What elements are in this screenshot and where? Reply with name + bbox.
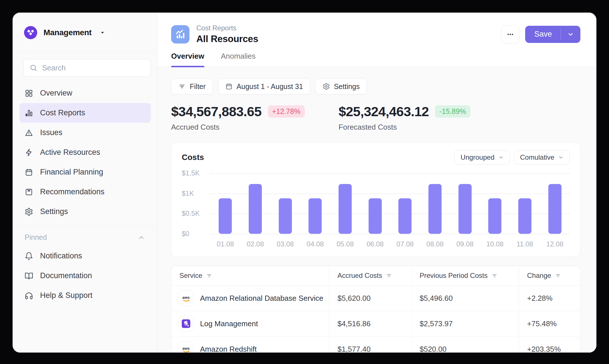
sidebar-item-settings[interactable]: Settings [19,202,151,221]
search-input[interactable] [42,64,145,72]
column-header-accrued-costs[interactable]: Accrued Costs [329,266,411,285]
pinned-collapse-chevron-up-icon[interactable] [138,234,145,241]
app-window: Management Overview Cost Reports Issues … [13,13,596,353]
tab-overview[interactable]: Overview [171,52,204,67]
warning-icon [25,128,33,137]
x-axis-label: 06.08 [360,240,390,248]
accrued-costs-cell: $5,620.00 [329,286,411,311]
sidebar-item-financial-planning[interactable]: Financial Planning [19,162,151,182]
table-row[interactable]: aws Amazon Relational Database Service $… [171,285,580,311]
column-label: Accrued Costs [337,272,382,280]
settings-button-label: Settings [334,82,360,91]
sidebar-item-active-resources[interactable]: Active Resources [19,143,151,162]
bar-11.08[interactable] [518,198,531,234]
bar-01.08[interactable] [219,198,232,234]
table-row[interactable]: Log Management $4,516.86 $2,573.97 +75.4… [171,311,580,336]
x-axis-label: 12.08 [540,240,570,248]
accrued-costs-label: Accrued Costs [171,123,305,132]
sort-icon [206,272,212,279]
bar-07.08[interactable] [398,198,412,234]
bar-04.08[interactable] [309,198,322,234]
more-actions-button[interactable] [501,25,519,43]
report-chart-icon [171,25,189,43]
content-area: Filter August 1 - August 31 Settings [157,67,596,353]
sidebar-item-notifications[interactable]: Notifications [19,246,151,266]
workspace-caret-down-icon [100,30,105,35]
bar-06.08[interactable] [369,198,382,234]
chart-y-axis: $1,5K$1K$0.5K$0 [182,173,210,234]
y-axis-tick: $1,5K [182,169,200,177]
column-header-service[interactable]: Service [171,266,329,285]
tab-bar: Overview Anomalies [157,44,596,67]
costs-chart-card: Costs Ungrouped Comulative [171,142,580,257]
gear-icon [25,207,33,216]
sidebar-item-label: Settings [40,207,68,216]
save-split-button: Save [525,26,580,43]
services-table: Service Accrued Costs Previous Period Co… [171,266,580,353]
sidebar-item-label: Cost Reports [40,108,85,117]
sidebar-item-issues[interactable]: Issues [19,123,151,143]
sort-icon [555,272,561,279]
aws-icon: aws [178,341,194,353]
svg-text:aws: aws [182,295,190,300]
search-box[interactable] [23,59,151,77]
save-dropdown-button[interactable] [561,26,580,43]
x-axis-label: 05.08 [330,240,360,248]
change-cell: +203.35% [519,337,580,353]
column-header-change[interactable]: Change [519,266,580,285]
bar-03.08[interactable] [279,198,292,234]
date-range-button[interactable]: August 1 - August 31 [218,78,310,94]
previous-period-costs-cell: $2,573.97 [411,311,519,336]
bar-02.08[interactable] [249,184,262,234]
y-axis-tick: $1K [182,189,194,197]
table-header-row: Service Accrued Costs Previous Period Co… [171,266,580,285]
filter-lines-icon [178,83,186,90]
sidebar-item-overview[interactable]: Overview [19,83,151,103]
aggregation-mode-value: Comulative [520,153,554,161]
sidebar-item-help-support[interactable]: Help & Support [19,286,151,305]
table-body: aws Amazon Relational Database Service $… [171,285,580,353]
accrued-costs-cell: $4,516.86 [329,311,411,336]
sidebar-item-documentation[interactable]: Documentation [19,266,151,286]
settings-button[interactable]: Settings [315,78,367,94]
aggregation-mode-dropdown[interactable]: Comulative [514,150,570,165]
service-name: Amazon Relational Database Service [200,294,323,303]
bar-chart-icon [25,109,33,117]
gridline [210,234,570,234]
change-cell: +2.28% [519,286,580,311]
filter-button[interactable]: Filter [171,78,213,94]
x-axis-label: 11.08 [510,240,540,248]
bar-09.08[interactable] [458,184,472,234]
ellipsis-icon [506,30,515,39]
bar-10.08[interactable] [488,198,501,234]
x-axis-label: 02.08 [240,240,270,248]
column-label: Previous Period Costs [420,272,487,280]
bar-12.08[interactable] [548,184,561,234]
bell-icon [25,252,33,260]
sidebar-item-label: Notifications [40,252,82,260]
chart-plot-area [210,173,570,234]
stat-accrued-costs: $34,567,883.65 +12.78% Accrued Costs [171,104,305,132]
table-row[interactable]: aws Amazon Redshift $1,577.40 $520.00 +2… [171,336,580,353]
book-icon [25,272,33,280]
aws-icon: aws [178,290,194,306]
chart-title: Costs [182,153,204,162]
date-range-label: August 1 - August 31 [237,82,303,91]
bar-08.08[interactable] [428,184,442,234]
chevron-down-icon [498,155,504,160]
lightning-icon [25,148,33,157]
sidebar-item-recommendations[interactable]: Recommendations [19,182,151,202]
bar-05.08[interactable] [339,184,352,234]
column-header-previous-period-costs[interactable]: Previous Period Costs [411,266,519,285]
x-axis-label: 01.08 [210,240,240,248]
sidebar-item-label: Active Resources [40,148,100,157]
tab-anomalies[interactable]: Anomalies [221,52,256,67]
group-by-dropdown[interactable]: Ungrouped [454,150,510,165]
gear-icon [323,83,330,90]
datadog-icon [178,316,194,331]
save-button[interactable]: Save [525,26,561,43]
forecasted-costs-value: $25,324,463.12 [339,104,429,119]
search-icon [29,64,37,72]
workspace-switcher[interactable]: Management [13,13,157,53]
sidebar-item-cost-reports[interactable]: Cost Reports [19,103,151,123]
